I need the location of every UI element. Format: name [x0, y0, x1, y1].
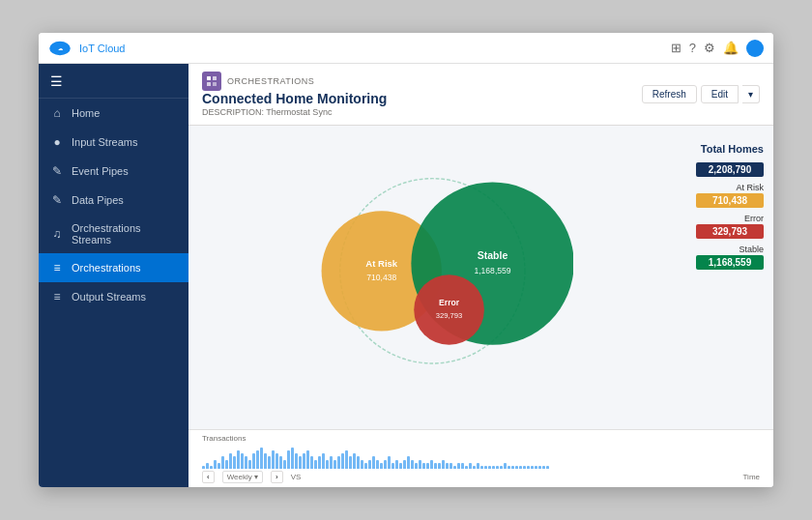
content-header: ORCHESTRATIONS Connected Home Monitoring…	[188, 64, 773, 126]
chart-bar	[221, 456, 224, 469]
vs-label: VS	[291, 473, 302, 481]
mini-chart	[202, 445, 760, 469]
svg-text:Error: Error	[439, 298, 460, 307]
chart-bar	[237, 450, 240, 469]
at-risk-label: At Risk	[736, 183, 764, 192]
chart-bar	[287, 450, 290, 469]
hamburger-icon[interactable]: ☰	[50, 73, 63, 89]
sidebar-item-data-pipes[interactable]: ✎ Data Pipes	[39, 186, 188, 215]
chart-bar	[508, 466, 510, 469]
sidebar-item-home[interactable]: ⌂ Home	[39, 99, 188, 128]
chart-bar	[411, 460, 414, 469]
chart-bar	[306, 450, 309, 469]
chart-bar	[330, 456, 333, 469]
error-value: 329,793	[696, 224, 764, 239]
bubble-chart-area: At Risk 710,438 Stable 1,168,559 Error 3…	[198, 135, 638, 419]
sidebar-label-orchestrations: Orchestrations	[72, 262, 141, 274]
application-window: ☁ IoT Cloud ⊞ ? ⚙ 🔔 ☰ ⌂ Home ● Input Str…	[39, 33, 773, 487]
chart-bar	[488, 466, 491, 469]
chart-bar	[202, 466, 205, 469]
sidebar-item-input-streams[interactable]: ● Input Streams	[39, 128, 188, 157]
svg-text:☁: ☁	[58, 45, 63, 51]
chart-bar	[376, 460, 379, 469]
chart-bar	[318, 456, 321, 469]
bottom-controls: ‹ Weekly ▾ › VS Time	[202, 471, 760, 483]
chart-bar	[399, 463, 402, 469]
chart-bar	[480, 466, 483, 469]
stats-panel: Total Homes 2,208,790 At Risk 710,438 Er…	[648, 135, 764, 419]
chart-bar	[252, 453, 255, 469]
event-pipes-icon: ✎	[50, 164, 64, 178]
stat-at-risk: At Risk 710,438	[648, 183, 764, 208]
breadcrumb-description: DESCRIPTION: Thermostat Sync	[202, 107, 387, 117]
chart-bar	[392, 463, 394, 469]
sidebar-item-orchestrations[interactable]: ≡ Orchestrations	[39, 253, 188, 282]
chart-bar	[384, 460, 387, 469]
input-streams-icon: ●	[50, 135, 64, 149]
svg-rect-3	[213, 76, 217, 80]
chart-bar	[322, 453, 325, 469]
next-button[interactable]: ›	[271, 471, 283, 483]
sidebar-item-event-pipes[interactable]: ✎ Event Pipes	[39, 157, 188, 186]
chart-bar	[419, 460, 421, 469]
dashboard: At Risk 710,438 Stable 1,168,559 Error 3…	[188, 126, 773, 429]
stat-total-homes: 2,208,790	[648, 162, 764, 177]
chart-bar	[372, 456, 375, 469]
orchestrations-category-icon	[202, 72, 221, 91]
chart-bar	[523, 466, 526, 469]
error-label: Error	[744, 214, 764, 223]
topbar: ☁ IoT Cloud ⊞ ? ⚙ 🔔	[39, 33, 773, 64]
prev-button[interactable]: ‹	[202, 471, 215, 483]
chart-bar	[546, 466, 549, 469]
chart-bar	[426, 463, 429, 469]
chart-bar	[260, 448, 263, 469]
grid-icon[interactable]: ⊞	[671, 41, 682, 55]
data-pipes-icon: ✎	[50, 193, 64, 207]
chart-bar	[457, 463, 460, 469]
edit-dropdown-button[interactable]: ▾	[742, 85, 760, 103]
chart-bar	[291, 448, 294, 469]
chart-bar	[276, 453, 278, 469]
page-title: Connected Home Monitoring	[202, 91, 387, 106]
orch-streams-icon: ♫	[50, 227, 64, 241]
edit-button[interactable]: Edit	[701, 85, 739, 103]
chart-bar	[422, 463, 425, 469]
sidebar-item-output-streams[interactable]: ≡ Output Streams	[39, 282, 188, 311]
chart-bar	[535, 466, 537, 469]
bell-icon[interactable]: 🔔	[723, 41, 739, 55]
breadcrumb-top: ORCHESTRATIONS	[202, 72, 387, 91]
chart-bar	[326, 460, 329, 469]
chart-bar	[334, 460, 336, 469]
chart-bar	[542, 466, 545, 469]
avatar[interactable]	[746, 40, 764, 57]
help-icon[interactable]: ?	[689, 41, 696, 55]
chart-bar	[206, 463, 209, 469]
stable-label: Stable	[739, 245, 764, 254]
chart-bar	[245, 456, 247, 469]
chart-bar	[403, 460, 406, 469]
chart-bar	[341, 453, 344, 469]
chart-bar	[504, 463, 507, 469]
chart-bar	[519, 466, 522, 469]
weekly-selector[interactable]: Weekly ▾	[222, 471, 263, 483]
gear-icon[interactable]: ⚙	[704, 41, 715, 55]
home-icon: ⌂	[50, 106, 64, 120]
refresh-button[interactable]: Refresh	[642, 85, 697, 103]
topbar-left: ☁ IoT Cloud	[48, 41, 126, 56]
chart-bar	[477, 463, 479, 469]
chart-bar	[415, 463, 418, 469]
sidebar-item-orchestrations-streams[interactable]: ♫ Orchestrations Streams	[39, 215, 188, 253]
svg-point-13	[414, 274, 484, 345]
salesforce-logo: ☁	[48, 41, 72, 56]
sidebar-label-orch-streams: Orchestrations Streams	[72, 222, 177, 246]
chart-bar	[361, 460, 363, 469]
chart-bar	[353, 453, 356, 469]
at-risk-value: 710,438	[696, 193, 764, 208]
chart-bar	[256, 450, 259, 469]
chart-bar	[310, 456, 313, 469]
chart-bar	[210, 466, 213, 469]
chart-bar	[364, 463, 367, 469]
sidebar-label-input-streams: Input Streams	[72, 136, 137, 148]
description-label: DESCRIPTION:	[202, 107, 264, 117]
sidebar-label-home: Home	[72, 107, 100, 119]
